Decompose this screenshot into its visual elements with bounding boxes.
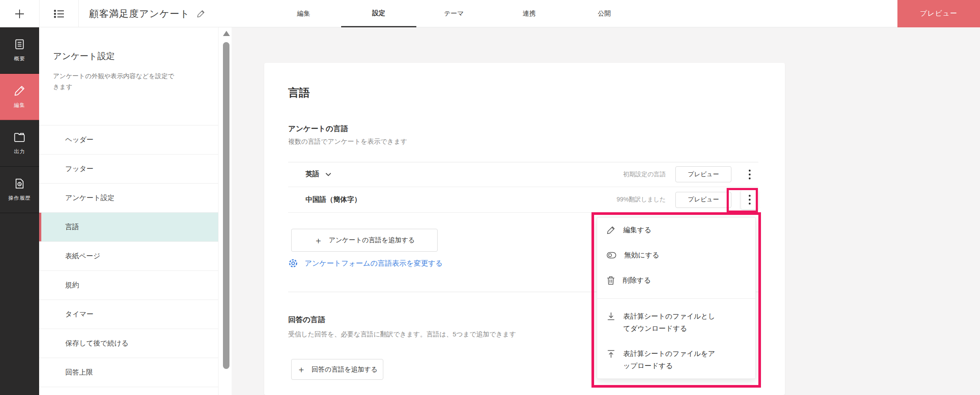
plus-icon <box>14 8 25 20</box>
menu-item-label: 表計算シートのファイルをアップロードする <box>623 348 718 372</box>
add-answer-language-label: 回答の言語を追加する <box>312 365 377 374</box>
page-title: 言語 <box>288 86 310 100</box>
menu-item-disable[interactable]: 無効にする <box>597 243 755 268</box>
preview-language-button[interactable]: プレビュー <box>675 192 731 208</box>
tab-theme[interactable]: テーマ <box>416 0 492 27</box>
topbar-divider <box>78 0 79 27</box>
settings-item-survey-settings[interactable]: アンケート設定 <box>39 183 218 212</box>
settings-item-header[interactable]: ヘッダー <box>39 125 218 154</box>
settings-item-response-limit[interactable]: 回答上限 <box>39 358 218 387</box>
tab-settings[interactable]: 設定 <box>341 0 416 27</box>
chevron-down-icon <box>326 173 331 176</box>
language-name: 英語 <box>306 170 319 179</box>
language-row-chinese: 中国語（簡体字） 99%翻訳しました プレビュー <box>288 187 758 213</box>
nav-item-overview[interactable]: 概要 <box>0 27 39 74</box>
tab-publish[interactable]: 公開 <box>567 0 642 27</box>
nav-item-label: 出力 <box>14 148 25 155</box>
gear-icon <box>288 258 298 268</box>
menu-item-upload-spreadsheet[interactable]: 表計算シートのファイルをアップロードする <box>597 341 755 379</box>
settings-item-same-user-limit[interactable]: 同じユーザーの回答上限 <box>39 387 218 395</box>
language-meta: 99%翻訳しました <box>617 196 666 204</box>
settings-item-save-continue[interactable]: 保存して後で続ける <box>39 329 218 358</box>
menu-item-label: 表計算シートのファイルとしてダウンロードする <box>623 310 718 335</box>
menu-item-label: 無効にする <box>624 251 659 260</box>
settings-panel: アンケート設定 アンケートの外観や表示内容などを設定できます ヘッダー フッター… <box>39 27 232 395</box>
menu-item-delete[interactable]: 削除する <box>597 268 755 293</box>
add-survey-language-button[interactable]: ＋ アンケートの言語を追加する <box>291 229 438 252</box>
plus-icon: ＋ <box>314 236 323 245</box>
pencil-icon <box>14 85 26 96</box>
answer-language-heading: 回答の言語 <box>288 315 325 325</box>
add-survey-button[interactable] <box>0 0 39 27</box>
row-menu-button-active[interactable] <box>741 190 758 209</box>
add-survey-language-label: アンケートの言語を追加する <box>329 236 415 244</box>
row-context-menu: 編集する 無効にする 削除する <box>597 217 756 379</box>
toggle-icon <box>607 252 616 259</box>
panel-description: アンケートの外観や表示内容などを設定できます <box>53 71 179 92</box>
nav-item-label: 概要 <box>14 55 25 63</box>
settings-item-cover-page[interactable]: 表紙ページ <box>39 241 218 270</box>
settings-item-timer[interactable]: タイマー <box>39 300 218 329</box>
language-name-dropdown[interactable]: 英語 <box>306 170 331 179</box>
settings-item-language[interactable]: 言語 <box>39 212 218 241</box>
trash-icon <box>607 276 615 285</box>
topbar: 顧客満足度アンケート 編集 設定 テーマ 連携 公開 プレビュー <box>0 0 980 27</box>
menu-divider <box>597 298 755 299</box>
download-icon <box>607 312 615 321</box>
panel-heading: アンケート設定 <box>53 50 115 62</box>
answer-language-description: 受信した回答を、必要な言語に翻訳できます。言語は、5つまで追加できます <box>288 330 516 339</box>
row-menu-button[interactable] <box>741 165 758 184</box>
language-meta: 初期設定の言語 <box>623 171 666 178</box>
menu-item-label: 削除する <box>623 276 651 285</box>
file-clock-icon <box>14 178 25 189</box>
add-answer-language-button[interactable]: ＋ 回答の言語を追加する <box>291 359 383 380</box>
preview-language-button[interactable]: プレビュー <box>675 166 731 182</box>
menu-item-label: 編集する <box>623 226 651 235</box>
tab-edit[interactable]: 編集 <box>266 0 341 27</box>
plus-icon: ＋ <box>297 365 306 374</box>
settings-item-terms[interactable]: 規約 <box>39 270 218 300</box>
survey-language-heading: アンケートの言語 <box>288 124 348 134</box>
settings-list: ヘッダー フッター アンケート設定 言語 表紙ページ 規約 タイマー 保存して後… <box>39 125 218 395</box>
scrollbar-up-arrow[interactable] <box>223 31 230 36</box>
edit-title-pencil-icon[interactable] <box>197 10 205 18</box>
tab-integrations[interactable]: 連携 <box>492 0 567 27</box>
nav-item-output[interactable]: 出力 <box>0 120 39 167</box>
main-tabs: 編集 設定 テーマ 連携 公開 <box>266 0 642 27</box>
left-nav: 概要 編集 出力 操 <box>0 27 39 395</box>
preview-button[interactable]: プレビュー <box>897 0 980 27</box>
nav-item-label: 編集 <box>14 102 25 109</box>
folder-icon <box>13 132 26 143</box>
menu-item-download-spreadsheet[interactable]: 表計算シートのファイルとしてダウンロードする <box>597 304 755 341</box>
change-language-display-link[interactable]: アンケートフォームの言語表示を変更する <box>288 258 443 268</box>
language-name-text: 中国語（簡体字） <box>306 195 361 204</box>
upload-icon <box>607 349 615 358</box>
language-row-english: 英語 初期設定の言語 プレビュー <box>288 162 758 187</box>
survey-title: 顧客満足度アンケート <box>89 7 190 20</box>
app-window: 顧客満足度アンケート 編集 設定 テーマ 連携 公開 プレビュー 概要 <box>0 0 980 395</box>
kebab-icon <box>748 169 751 180</box>
panel-scrollbar-thumb[interactable] <box>223 42 229 369</box>
nav-item-history[interactable]: 操作履歴 <box>0 167 39 213</box>
kebab-icon <box>748 194 751 205</box>
language-name[interactable]: 中国語（簡体字） <box>306 195 361 204</box>
list-icon <box>54 9 64 19</box>
change-language-display-label: アンケートフォームの言語表示を変更する <box>305 259 443 268</box>
nav-item-edit[interactable]: 編集 <box>0 74 39 120</box>
survey-language-description: 複数の言語でアンケートを表示できます <box>288 138 407 146</box>
document-icon <box>14 39 25 50</box>
settings-item-footer[interactable]: フッター <box>39 154 218 183</box>
menu-item-edit[interactable]: 編集する <box>597 217 755 243</box>
survey-list-button[interactable] <box>40 0 78 27</box>
pencil-icon <box>607 226 615 234</box>
nav-item-label: 操作履歴 <box>8 194 31 202</box>
